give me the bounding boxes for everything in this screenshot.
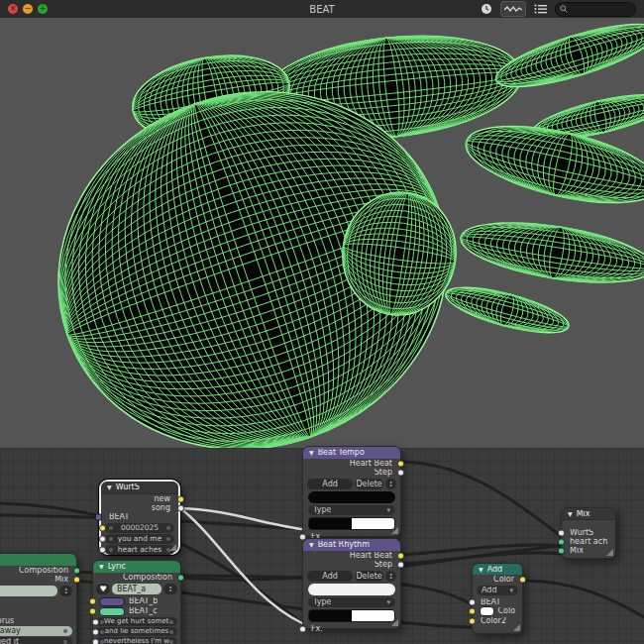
delete-button[interactable]: Delete: [355, 479, 383, 489]
socket-fx[interactable]: [299, 626, 306, 633]
list-bar[interactable]: [308, 491, 395, 503]
socket-lyric[interactable]: [92, 628, 99, 635]
value-row[interactable]: you and me: [105, 534, 174, 544]
ramp-white[interactable]: [352, 610, 394, 621]
color-swatch-green[interactable]: [99, 607, 125, 616]
collapse-icon[interactable]: [309, 541, 314, 549]
slider-left-icon[interactable]: [109, 548, 113, 552]
socket-wurts[interactable]: [558, 529, 565, 536]
node-header[interactable]: Mix: [562, 508, 615, 520]
color1-swatch[interactable]: [480, 606, 494, 616]
collapse-icon[interactable]: [479, 566, 483, 574]
value-field[interactable]: [0, 586, 57, 596]
node-header[interactable]: WurtS: [101, 482, 178, 494]
beat-a-field[interactable]: BEAT_a: [112, 584, 161, 594]
type-dropdown[interactable]: Type: [308, 505, 395, 515]
node-beat-rhythm[interactable]: Beat Rhythm Heart Beat Step Add Delete T…: [302, 538, 401, 629]
search-field[interactable]: [555, 2, 636, 17]
menu-button[interactable]: [59, 586, 72, 596]
node-wurts[interactable]: WurtS new song BEAT 00002025 you and me: [99, 480, 180, 555]
slider-right-icon[interactable]: [169, 630, 173, 634]
node-header[interactable]: Beat Rhythm: [303, 539, 400, 551]
collapse-icon[interactable]: [99, 563, 104, 571]
socket-heart-beat[interactable]: [397, 460, 404, 467]
resize-grip[interactable]: [606, 549, 613, 556]
menu-button[interactable]: [385, 479, 396, 489]
ramp-black[interactable]: [309, 518, 352, 529]
socket-lyric[interactable]: [92, 618, 99, 625]
resize-grip[interactable]: [169, 544, 176, 551]
slider-left-icon[interactable]: [100, 630, 104, 634]
lyric-line[interactable]: We get hurt sometimes: [96, 617, 177, 626]
lyric-line[interactable]: and lie sometimes: [96, 627, 177, 636]
socket-mix[interactable]: [73, 576, 80, 583]
resize-grip[interactable]: [513, 624, 520, 631]
socket-song[interactable]: [177, 504, 184, 511]
list-bar[interactable]: [308, 584, 395, 595]
socket-composition[interactable]: [73, 567, 80, 574]
slider-arrow-icon[interactable]: [63, 629, 67, 633]
resize-grip[interactable]: [391, 527, 398, 534]
slider-arrow-icon[interactable]: [63, 640, 67, 644]
node-beat-tempo[interactable]: Beat Tempo Heart Beat Step Add Delete Ty…: [302, 446, 401, 537]
socket-step[interactable]: [397, 561, 404, 568]
collapse-icon[interactable]: [309, 449, 314, 457]
lyric-line[interactable]: nevertheless I'm waiting: [96, 637, 177, 644]
socket-composition[interactable]: [177, 574, 184, 581]
color-ramp[interactable]: [308, 609, 395, 622]
socket-new[interactable]: [177, 495, 184, 502]
add-button[interactable]: Add: [307, 479, 353, 489]
slider-right-icon[interactable]: [169, 640, 173, 644]
list-icon[interactable]: [531, 2, 550, 16]
node-header[interactable]: Lyric: [93, 561, 180, 573]
slider-right-icon[interactable]: [169, 620, 173, 624]
menu-button[interactable]: [385, 571, 396, 582]
node-mix[interactable]: Mix WurtS heart ache Mix: [561, 507, 616, 559]
ramp-white[interactable]: [352, 518, 394, 529]
slider-right-icon[interactable]: [166, 537, 170, 541]
socket-beat[interactable]: [469, 598, 476, 605]
socket-value[interactable]: [99, 536, 106, 543]
collapse-icon[interactable]: [107, 483, 112, 491]
activity-icon[interactable]: [500, 1, 526, 17]
slider-left-icon[interactable]: [109, 526, 113, 530]
clock-icon[interactable]: [478, 2, 495, 16]
text-field-active[interactable]: hear faraway: [0, 626, 72, 636]
socket-heart-beat[interactable]: [397, 552, 404, 559]
search-input[interactable]: [571, 4, 631, 15]
resize-grip[interactable]: [391, 619, 398, 626]
value-row[interactable]: 00002025: [105, 523, 174, 533]
node-composition-partial[interactable]: Composition Mix BEAT_b BEAT_c BEAT_choru…: [0, 553, 77, 644]
socket-heart-ache[interactable]: [558, 538, 565, 545]
socket-mix[interactable]: [558, 547, 565, 554]
socket-beat[interactable]: [95, 514, 102, 521]
socket-color1[interactable]: [469, 608, 476, 615]
node-header[interactable]: [0, 554, 76, 566]
value-row[interactable]: heart aches: [105, 545, 174, 555]
ramp-black[interactable]: [309, 610, 352, 621]
node-add[interactable]: Add Color Add BEAT Color1 Color2: [472, 563, 523, 634]
socket-beat-b[interactable]: [89, 598, 96, 605]
socket-value[interactable]: [99, 525, 106, 532]
socket-color2[interactable]: [469, 617, 476, 624]
blend-mode-dropdown[interactable]: Add: [477, 586, 518, 595]
collapse-icon[interactable]: [568, 510, 573, 518]
favorite-button[interactable]: [96, 584, 110, 594]
add-button[interactable]: Add: [307, 571, 353, 582]
type-dropdown[interactable]: Type: [308, 597, 395, 607]
menu-button[interactable]: [163, 584, 177, 594]
viewport-3d[interactable]: [0, 18, 644, 448]
node-header[interactable]: Add: [473, 564, 522, 575]
socket-step[interactable]: [397, 469, 404, 476]
slider-left-icon[interactable]: [109, 537, 113, 541]
socket-value[interactable]: [99, 547, 106, 554]
text-field[interactable]: it, pursued it: [0, 637, 72, 644]
socket-beat-c[interactable]: [89, 608, 96, 615]
color-ramp[interactable]: [308, 517, 395, 530]
color-swatch-purple[interactable]: [99, 597, 125, 606]
socket-lyric[interactable]: [92, 638, 99, 644]
node-header[interactable]: Beat Tempo: [303, 447, 400, 459]
delete-button[interactable]: Delete: [355, 571, 383, 582]
node-lyric[interactable]: Lyric Composition BEAT_a BEAT_b BEAT_c W…: [92, 560, 181, 644]
socket-color[interactable]: [519, 576, 526, 583]
